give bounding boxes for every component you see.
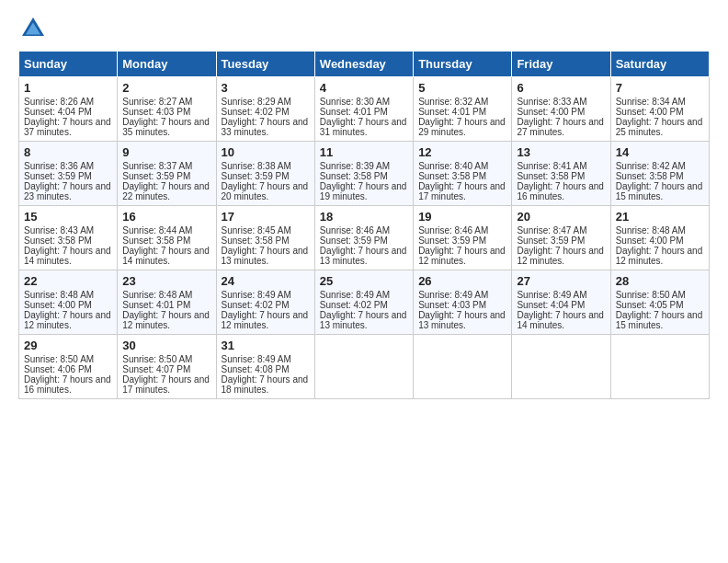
day-number: 29 <box>24 339 112 352</box>
calendar-cell: 2 Sunrise: 8:27 AM Sunset: 4:03 PM Dayli… <box>118 77 216 142</box>
sunset-time: Sunset: 4:00 PM <box>616 236 684 246</box>
calendar-header-row: Sunday Monday Tuesday Wednesday Thursday… <box>19 52 710 77</box>
week-row-2: 8 Sunrise: 8:36 AM Sunset: 3:59 PM Dayli… <box>19 142 710 206</box>
day-number: 9 <box>122 145 210 159</box>
day-number: 30 <box>122 339 210 352</box>
sunset-time: Sunset: 3:59 PM <box>222 171 290 181</box>
col-monday: Monday <box>118 52 216 77</box>
day-number: 21 <box>616 210 704 224</box>
calendar-cell: 15 Sunrise: 8:43 AM Sunset: 3:58 PM Dayl… <box>19 206 118 270</box>
sunset-time: Sunset: 4:01 PM <box>122 300 190 310</box>
day-number: 1 <box>24 81 112 95</box>
sunrise-time: Sunrise: 8:46 AM <box>320 225 390 236</box>
sunrise-time: Sunrise: 8:39 AM <box>320 161 390 171</box>
col-thursday: Thursday <box>414 52 512 77</box>
daylight-hours: Daylight: 7 hours and 19 minutes. <box>320 181 407 201</box>
calendar-cell: 19 Sunrise: 8:46 AM Sunset: 3:59 PM Dayl… <box>414 206 512 270</box>
calendar-cell: 12 Sunrise: 8:40 AM Sunset: 3:58 PM Dayl… <box>414 142 512 206</box>
calendar-cell: 5 Sunrise: 8:32 AM Sunset: 4:01 PM Dayli… <box>414 77 512 142</box>
page: Sunday Monday Tuesday Wednesday Thursday… <box>0 0 728 418</box>
calendar-cell: 9 Sunrise: 8:37 AM Sunset: 3:59 PM Dayli… <box>118 142 216 206</box>
logo <box>18 14 51 43</box>
sunrise-time: Sunrise: 8:36 AM <box>24 161 94 171</box>
sunrise-time: Sunrise: 8:47 AM <box>517 225 586 236</box>
calendar-cell: 30 Sunrise: 8:50 AM Sunset: 4:07 PM Dayl… <box>118 335 216 399</box>
sunset-time: Sunset: 4:02 PM <box>222 107 290 117</box>
sunset-time: Sunset: 3:58 PM <box>122 236 190 246</box>
sunset-time: Sunset: 4:03 PM <box>122 107 190 117</box>
sunrise-time: Sunrise: 8:38 AM <box>222 161 291 171</box>
day-number: 24 <box>222 274 310 288</box>
calendar-cell <box>314 335 413 399</box>
day-number: 7 <box>616 81 704 95</box>
daylight-hours: Daylight: 7 hours and 15 minutes. <box>616 310 703 330</box>
day-number: 8 <box>24 145 112 159</box>
daylight-hours: Daylight: 7 hours and 17 minutes. <box>122 374 210 395</box>
daylight-hours: Daylight: 7 hours and 13 minutes. <box>222 246 309 266</box>
calendar-cell: 3 Sunrise: 8:29 AM Sunset: 4:02 PM Dayli… <box>216 77 314 142</box>
sunset-time: Sunset: 4:02 PM <box>222 300 290 310</box>
daylight-hours: Daylight: 7 hours and 12 minutes. <box>418 246 506 266</box>
calendar-cell: 18 Sunrise: 8:46 AM Sunset: 3:59 PM Dayl… <box>314 206 413 270</box>
calendar: Sunday Monday Tuesday Wednesday Thursday… <box>18 51 710 399</box>
calendar-cell: 24 Sunrise: 8:49 AM Sunset: 4:02 PM Dayl… <box>216 270 314 335</box>
calendar-cell: 4 Sunrise: 8:30 AM Sunset: 4:01 PM Dayli… <box>314 77 413 142</box>
day-number: 19 <box>418 210 506 224</box>
day-number: 28 <box>616 274 704 288</box>
sunset-time: Sunset: 4:07 PM <box>122 364 190 374</box>
daylight-hours: Daylight: 7 hours and 14 minutes. <box>24 246 111 266</box>
daylight-hours: Daylight: 7 hours and 13 minutes. <box>418 310 506 330</box>
day-number: 18 <box>320 210 408 224</box>
sunset-time: Sunset: 4:03 PM <box>418 300 486 310</box>
daylight-hours: Daylight: 7 hours and 15 minutes. <box>616 181 703 201</box>
daylight-hours: Daylight: 7 hours and 25 minutes. <box>616 117 703 137</box>
sunset-time: Sunset: 3:59 PM <box>122 171 190 181</box>
sunrise-time: Sunrise: 8:27 AM <box>122 97 192 107</box>
daylight-hours: Daylight: 7 hours and 16 minutes. <box>24 374 111 395</box>
sunrise-time: Sunrise: 8:49 AM <box>517 290 586 300</box>
day-number: 2 <box>122 81 210 95</box>
daylight-hours: Daylight: 7 hours and 12 minutes. <box>222 310 309 330</box>
sunrise-time: Sunrise: 8:37 AM <box>122 161 192 171</box>
calendar-cell <box>512 335 610 399</box>
calendar-cell: 8 Sunrise: 8:36 AM Sunset: 3:59 PM Dayli… <box>19 142 118 206</box>
day-number: 27 <box>517 274 605 288</box>
sunrise-time: Sunrise: 8:48 AM <box>616 225 686 236</box>
day-number: 13 <box>517 145 605 159</box>
daylight-hours: Daylight: 7 hours and 20 minutes. <box>222 181 309 201</box>
col-saturday: Saturday <box>610 52 709 77</box>
week-row-1: 1 Sunrise: 8:26 AM Sunset: 4:04 PM Dayli… <box>19 77 710 142</box>
day-number: 23 <box>122 274 210 288</box>
col-friday: Friday <box>512 52 610 77</box>
sunset-time: Sunset: 4:00 PM <box>616 107 684 117</box>
sunrise-time: Sunrise: 8:50 AM <box>616 290 686 300</box>
calendar-cell: 17 Sunrise: 8:45 AM Sunset: 3:58 PM Dayl… <box>216 206 314 270</box>
sunrise-time: Sunrise: 8:49 AM <box>418 290 488 300</box>
sunrise-time: Sunrise: 8:33 AM <box>517 97 586 107</box>
calendar-cell: 26 Sunrise: 8:49 AM Sunset: 4:03 PM Dayl… <box>414 270 512 335</box>
daylight-hours: Daylight: 7 hours and 37 minutes. <box>24 117 111 137</box>
sunset-time: Sunset: 3:58 PM <box>418 171 486 181</box>
sunrise-time: Sunrise: 8:49 AM <box>320 290 390 300</box>
day-number: 14 <box>616 145 704 159</box>
sunrise-time: Sunrise: 8:46 AM <box>418 225 488 236</box>
calendar-cell: 21 Sunrise: 8:48 AM Sunset: 4:00 PM Dayl… <box>610 206 709 270</box>
sunset-time: Sunset: 4:00 PM <box>24 300 92 310</box>
sunset-time: Sunset: 4:04 PM <box>24 107 92 117</box>
daylight-hours: Daylight: 7 hours and 27 minutes. <box>517 117 604 137</box>
sunset-time: Sunset: 3:58 PM <box>517 171 585 181</box>
sunset-time: Sunset: 3:59 PM <box>418 236 486 246</box>
sunrise-time: Sunrise: 8:49 AM <box>222 290 291 300</box>
calendar-cell: 22 Sunrise: 8:48 AM Sunset: 4:00 PM Dayl… <box>19 270 118 335</box>
sunset-time: Sunset: 4:04 PM <box>517 300 585 310</box>
calendar-cell: 11 Sunrise: 8:39 AM Sunset: 3:58 PM Dayl… <box>314 142 413 206</box>
sunrise-time: Sunrise: 8:50 AM <box>122 354 192 364</box>
col-tuesday: Tuesday <box>216 52 314 77</box>
sunrise-time: Sunrise: 8:40 AM <box>418 161 488 171</box>
day-number: 11 <box>320 145 408 159</box>
daylight-hours: Daylight: 7 hours and 23 minutes. <box>24 181 111 201</box>
daylight-hours: Daylight: 7 hours and 17 minutes. <box>418 181 506 201</box>
day-number: 10 <box>222 145 310 159</box>
day-number: 22 <box>24 274 112 288</box>
daylight-hours: Daylight: 7 hours and 33 minutes. <box>222 117 309 137</box>
